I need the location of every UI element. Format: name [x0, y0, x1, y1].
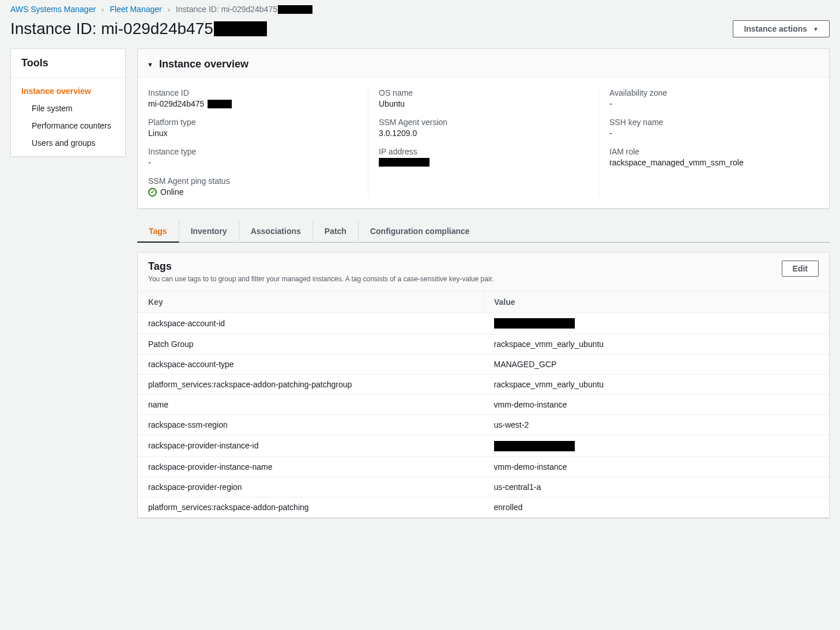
check-circle-icon: ✓: [148, 188, 157, 197]
tags-col-value: Value: [484, 292, 830, 313]
instance-type-label: Instance type: [148, 147, 357, 156]
instance-actions-button[interactable]: Instance actions ▼: [733, 20, 830, 37]
os-name-value: Ubuntu: [379, 99, 588, 108]
chevron-right-icon: ›: [101, 5, 104, 14]
tag-key: rackspace-provider-instance-name: [138, 457, 484, 477]
tags-card: Tags You can use tags to to group and fi…: [137, 252, 830, 518]
table-row: rackspace-account-typeMANAGED_GCP: [138, 354, 829, 375]
tags-description: You can use tags to to group and filter …: [148, 275, 494, 283]
tab-associations[interactable]: Associations: [239, 221, 313, 243]
tag-value: vmm-demo-instance: [484, 457, 830, 477]
sidebar-title: Tools: [11, 49, 125, 78]
platform-type-value: Linux: [148, 129, 357, 138]
page-title: Instance ID: mi-029d24b475: [10, 20, 267, 38]
tag-key: platform_services:rackspace-addon-patchi…: [138, 497, 484, 517]
tags-col-key: Key: [138, 292, 484, 313]
tag-value: MANAGED_GCP: [484, 354, 830, 375]
breadcrumb-fleet-manager[interactable]: Fleet Manager: [110, 5, 161, 14]
chevron-right-icon: ›: [168, 5, 170, 14]
tag-key: rackspace-provider-region: [138, 477, 484, 497]
tag-value: vmm-demo-instance: [484, 395, 830, 415]
ssh-key-label: SSH key name: [609, 118, 819, 127]
tag-key: name: [138, 395, 484, 415]
tag-value: rackspace_vmm_early_ubuntu: [484, 334, 830, 354]
az-label: Availability zone: [609, 88, 819, 97]
edit-tags-button[interactable]: Edit: [782, 261, 819, 277]
breadcrumb-systems-manager[interactable]: AWS Systems Manager: [10, 5, 96, 14]
instance-id-label: Instance ID: [148, 88, 357, 97]
tab-tags[interactable]: Tags: [137, 221, 179, 243]
ping-status-label: SSM Agent ping status: [148, 176, 357, 186]
table-row: rackspace-provider-instance-id: [138, 435, 829, 457]
os-name-label: OS name: [379, 88, 588, 97]
tag-value: [484, 435, 830, 457]
instance-overview-card: ▼ Instance overview Instance ID mi-029d2…: [137, 48, 830, 209]
agent-version-label: SSM Agent version: [379, 118, 588, 127]
ssh-key-value: -: [609, 129, 819, 138]
tag-value: enrolled: [484, 497, 830, 517]
tab-inventory[interactable]: Inventory: [179, 221, 239, 243]
detail-tabs: TagsInventoryAssociationsPatchConfigurat…: [137, 220, 830, 243]
az-value: -: [609, 99, 819, 108]
tag-value: us-west-2: [484, 415, 830, 435]
table-row: Patch Grouprackspace_vmm_early_ubuntu: [138, 334, 829, 354]
tag-key: rackspace-ssm-region: [138, 415, 484, 435]
table-row: rackspace-ssm-regionus-west-2: [138, 415, 829, 435]
tag-key: platform_services:rackspace-addon-patchi…: [138, 375, 484, 395]
sidebar-item-users-and-groups[interactable]: Users and groups: [11, 134, 125, 152]
tags-title: Tags: [148, 261, 494, 273]
tab-configuration-compliance[interactable]: Configuration compliance: [359, 221, 481, 243]
table-row: namevmm-demo-instance: [138, 395, 829, 415]
ip-address-label: IP address: [379, 147, 588, 156]
tag-value: rackspace_vmm_early_ubuntu: [484, 375, 830, 395]
tag-value: us-central1-a: [484, 477, 830, 497]
ping-status-value: ✓ Online: [148, 187, 357, 197]
table-row: rackspace-provider-instance-namevmm-demo…: [138, 457, 829, 477]
sidebar-item-instance-overview[interactable]: Instance overview: [11, 82, 125, 100]
agent-version-value: 3.0.1209.0: [379, 129, 588, 138]
tools-sidebar: Tools Instance overviewFile systemPerfor…: [10, 48, 126, 157]
table-row: rackspace-account-id: [138, 313, 829, 334]
instance-id-value: mi-029d24b475: [148, 99, 357, 108]
caret-down-icon: ▼: [813, 26, 819, 32]
ip-address-value: [379, 158, 588, 167]
tag-key: Patch Group: [138, 334, 484, 354]
overview-title: Instance overview: [159, 58, 248, 70]
tab-patch[interactable]: Patch: [313, 221, 359, 243]
platform-type-label: Platform type: [148, 118, 357, 127]
tag-key: rackspace-account-id: [138, 313, 484, 334]
iam-role-value: rackspace_managed_vmm_ssm_role: [609, 158, 819, 167]
table-row: platform_services:rackspace-addon-patchi…: [138, 375, 829, 395]
tag-key: rackspace-provider-instance-id: [138, 435, 484, 457]
caret-down-icon[interactable]: ▼: [147, 61, 153, 68]
tag-key: rackspace-account-type: [138, 354, 484, 375]
instance-type-value: -: [148, 158, 357, 167]
tag-value: [484, 313, 830, 334]
breadcrumb-current: Instance ID: mi-029d24b475: [176, 5, 312, 14]
iam-role-label: IAM role: [609, 147, 819, 156]
sidebar-item-file-system[interactable]: File system: [11, 100, 125, 117]
table-row: rackspace-provider-regionus-central1-a: [138, 477, 829, 497]
sidebar-item-performance-counters[interactable]: Performance counters: [11, 117, 125, 134]
breadcrumb: AWS Systems Manager › Fleet Manager › In…: [10, 0, 830, 16]
table-row: platform_services:rackspace-addon-patchi…: [138, 497, 829, 517]
